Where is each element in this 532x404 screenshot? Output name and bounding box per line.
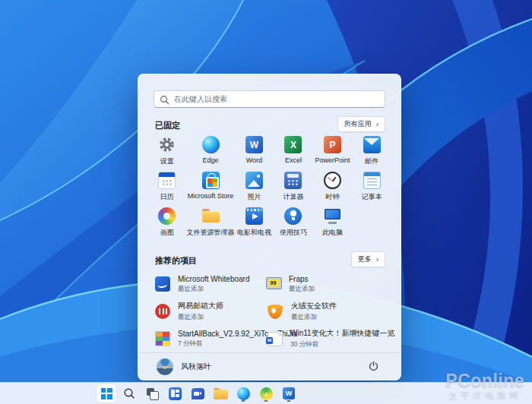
rec-item-subtitle: 最近添加 (289, 285, 315, 294)
paint-icon (158, 207, 176, 225)
rec-item-subtitle: 7 分钟前 (178, 339, 266, 349)
calendar-icon (158, 172, 176, 189)
pinned-app-paint[interactable]: 画图 (147, 205, 187, 241)
edge-button[interactable] (233, 384, 253, 402)
calculator-icon (284, 172, 302, 189)
clock-icon (324, 172, 341, 189)
pinned-app-label: 记事本 (362, 192, 382, 202)
pinned-app-label: 设置 (160, 156, 174, 166)
whiteboard-icon (155, 276, 170, 292)
settings-gear-icon (158, 136, 176, 153)
pinned-app-photos[interactable]: 照片 (235, 169, 274, 205)
word-taskbar-button[interactable]: W (279, 384, 299, 402)
widgets-button[interactable] (165, 384, 185, 402)
pinned-app-mail[interactable]: 邮件 (352, 134, 391, 169)
search-icon (123, 387, 135, 399)
power-button[interactable] (364, 358, 382, 376)
pinned-app-calendar[interactable]: 日历 (147, 169, 187, 205)
pinned-app-this-pc[interactable]: 此电脑 (313, 205, 353, 241)
store-icon (202, 172, 220, 189)
edge-icon (237, 387, 250, 400)
pinned-app-word[interactable]: W Word (235, 134, 274, 169)
notepad-icon (363, 172, 381, 189)
more-label: 更多 (358, 254, 372, 264)
rec-item-whiteboard[interactable]: Microsoft Whiteboard 最近添加 (155, 270, 266, 298)
user-avatar[interactable] (157, 358, 173, 375)
word-doc-badge: W (266, 337, 273, 344)
rec-item-startallback[interactable]: StartAllBack_V2.9.92_XiTongZhiJia 7 分钟前 (155, 325, 266, 352)
pinned-app-clock[interactable]: 时钟 (313, 169, 353, 205)
pinned-app-label: 日历 (160, 192, 174, 202)
word-letter: W (245, 136, 263, 153)
start-menu-panel: 已固定 所有应用 › 设置 Edge W Word X Excel (138, 74, 401, 380)
chevron-right-icon: › (376, 121, 378, 128)
file-explorer-button[interactable] (211, 384, 230, 402)
rec-item-fraps[interactable]: Fraps 最近添加 (266, 270, 395, 298)
pinned-app-powerpoint[interactable]: P PowerPoint (313, 134, 353, 169)
rec-item-title: Win11变化大！新增快捷键一览 (290, 328, 395, 339)
rec-item-subtitle: 30 分钟前 (290, 340, 395, 349)
photos-icon (245, 172, 263, 189)
music-note-icon: ♪ (260, 387, 273, 400)
search-input[interactable] (154, 90, 385, 108)
pinned-app-label: 画图 (160, 228, 174, 238)
rec-item-huorong[interactable]: 火绒安全软件 最近添加 (266, 298, 395, 325)
pinned-app-excel[interactable]: X Excel (274, 134, 313, 169)
taskbar: ♪ W (0, 382, 532, 404)
word-icon: W (283, 387, 295, 399)
task-view-icon (146, 387, 159, 400)
fraps-icon (266, 276, 281, 292)
rec-item-subtitle: 最近添加 (291, 313, 337, 322)
user-name[interactable]: 风秋落叶 (181, 361, 211, 372)
chevron-right-icon: › (376, 256, 378, 264)
powerpoint-letter: P (324, 136, 341, 153)
pinned-app-notepad[interactable]: 记事本 (352, 169, 391, 205)
pinned-app-movies-tv[interactable]: 电影和电视 (235, 205, 274, 241)
pinned-app-label: Microsoft Store (188, 192, 234, 200)
pinned-section-title: 已固定 (155, 120, 180, 131)
start-button[interactable] (97, 384, 116, 402)
recommended-list: Microsoft Whiteboard 最近添加 Fraps 最近添加 网易邮… (155, 270, 390, 352)
edge-icon (202, 136, 220, 153)
windows-logo-icon (101, 388, 112, 399)
pinned-app-file-explorer[interactable]: 文件资源管理器 (187, 205, 235, 241)
word-icon: W (245, 136, 263, 153)
pinned-apps-grid: 设置 Edge W Word X Excel P PowerPoint 邮件 (147, 134, 391, 241)
user-bar: 风秋落叶 (138, 352, 401, 380)
pinned-app-label: 邮件 (365, 156, 378, 166)
excel-letter: X (284, 136, 302, 153)
tips-icon (284, 207, 302, 225)
all-apps-button[interactable]: 所有应用 › (337, 116, 385, 132)
widgets-icon (169, 387, 182, 400)
pinned-app-settings[interactable]: 设置 (147, 134, 187, 169)
taskbar-search-button[interactable] (119, 384, 139, 402)
pinned-app-tips[interactable]: 使用技巧 (274, 205, 313, 241)
chat-button[interactable] (188, 384, 207, 402)
more-button[interactable]: 更多 › (351, 251, 385, 267)
chat-icon (192, 388, 204, 399)
folder-icon (214, 387, 228, 400)
this-pc-icon (324, 207, 341, 225)
music-app-button[interactable]: ♪ (256, 384, 276, 402)
recommended-section-title: 推荐的项目 (155, 255, 197, 267)
rec-item-win11-doc[interactable]: W Win11变化大！新增快捷键一览 30 分钟前 (266, 325, 395, 352)
all-apps-label: 所有应用 (344, 119, 372, 129)
pinned-app-label: PowerPoint (315, 156, 350, 164)
pinned-app-calculator[interactable]: 计算器 (274, 169, 313, 205)
excel-icon: X (284, 136, 302, 153)
rec-item-title: Microsoft Whiteboard (178, 275, 249, 283)
pinned-app-store[interactable]: Microsoft Store (187, 169, 235, 205)
pinned-app-edge[interactable]: Edge (187, 134, 235, 169)
rec-item-subtitle: 最近添加 (178, 285, 249, 294)
task-view-button[interactable] (142, 384, 162, 402)
pinned-app-label: 计算器 (283, 192, 303, 202)
folder-icon (202, 207, 220, 225)
search-icon (160, 94, 169, 104)
power-icon (368, 361, 379, 372)
word-doc-icon: W (268, 332, 283, 346)
rec-item-title: Fraps (289, 275, 315, 283)
rec-item-netease-mail[interactable]: 网易邮箱大师 最近添加 (155, 298, 266, 325)
pinned-app-label: Word (246, 156, 262, 164)
pinned-app-label: 电影和电视 (237, 228, 271, 238)
pinned-app-label: 时钟 (326, 192, 340, 202)
